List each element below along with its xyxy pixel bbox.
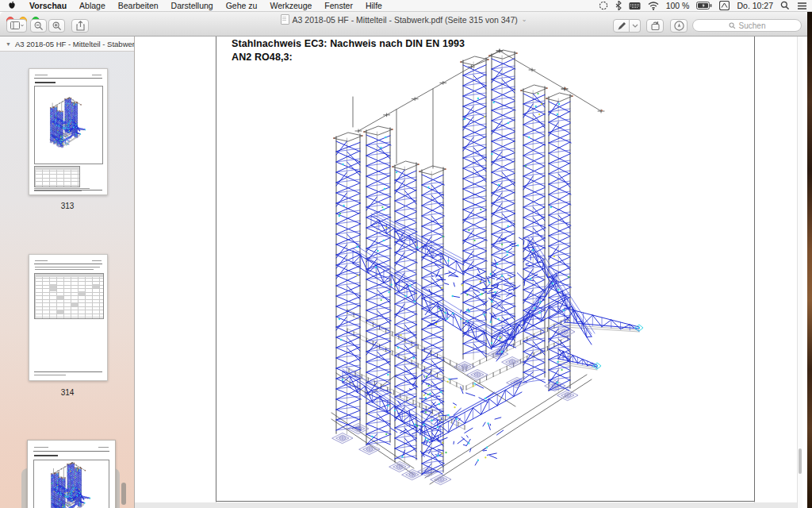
window-titlebar[interactable]: A3 2018-05 HF - Mittelteil - Stabwerk.pd… (0, 12, 807, 37)
thumbnail-label: 313 (0, 202, 135, 210)
rotate-icon (650, 21, 661, 31)
pdf-page-view[interactable]: Stahlnachweis EC3: Nachweis nach DIN EN … (135, 37, 802, 508)
search-placeholder: Suchen (739, 21, 766, 30)
markup-pen-icon (617, 21, 626, 31)
battery-percent: 100 % (666, 1, 690, 10)
sidebar-view-button[interactable] (6, 19, 27, 33)
thumb-table (34, 166, 80, 187)
thumb-title-line (35, 82, 56, 83)
thumb-drawing-frame (33, 460, 109, 508)
thumb-text-line (34, 190, 82, 191)
search-icon[interactable] (780, 1, 790, 10)
thumb-rule (34, 190, 102, 190)
sidebar: ▼ A3 2018-05 HF - Mittelteil - Stabwerk.… (0, 37, 135, 508)
zoom-in-button[interactable] (48, 19, 65, 33)
bluetooth-icon[interactable] (615, 1, 622, 10)
thumbnail-page-314[interactable] (29, 254, 108, 381)
thumb-header-line (35, 75, 48, 75)
thumb-text-line (34, 188, 90, 189)
zoom-out-icon (34, 21, 44, 31)
thumb-header-line (35, 260, 48, 261)
structure-drawing (216, 37, 755, 508)
main-scrollbar-thumb[interactable] (799, 448, 802, 474)
sidebar-document-header[interactable]: ▼ A3 2018-05 HF - Mittelteil - Stabwerk.… (0, 37, 134, 52)
menu-item-gehe-zu[interactable]: Gehe zu (220, 1, 264, 10)
markup-pen-group (613, 19, 641, 33)
apple-logo-icon (8, 1, 16, 10)
title-chevron-icon[interactable]: ⌄ (522, 16, 527, 23)
battery-icon[interactable] (696, 2, 712, 10)
markup-pen-chevron[interactable] (630, 19, 641, 33)
thumb-table (34, 273, 104, 319)
markup-toolbar-icon (674, 21, 684, 31)
sidebar-view-icon (10, 21, 24, 30)
time-machine-icon[interactable] (599, 1, 608, 10)
thumb-header-line (98, 447, 109, 448)
apple-menu[interactable] (0, 1, 23, 10)
thumbnail-page-313[interactable] (29, 68, 108, 195)
share-button[interactable] (71, 19, 89, 33)
thumb-text-line (35, 269, 94, 270)
search-icon (729, 22, 736, 29)
menu-clock[interactable]: Do. 10:27 (737, 1, 773, 10)
thumb-header-line (92, 260, 102, 261)
notification-center-icon[interactable] (797, 2, 807, 10)
zoom-in-icon (52, 21, 62, 31)
menu-item-werkzeuge[interactable]: Werkzeuge (263, 1, 318, 10)
menu-item-fenster[interactable]: Fenster (318, 1, 359, 10)
thumbnail-page-current[interactable] (27, 440, 116, 508)
markup-pen-button[interactable] (613, 19, 630, 33)
main-scrollbar[interactable] (797, 37, 802, 508)
search-field[interactable]: Suchen (692, 19, 802, 32)
thumb-header-line (92, 75, 102, 75)
sidebar-document-title: A3 2018-05 HF - Mittelteil - Stabwerk...… (15, 40, 134, 48)
thumb-header-line (34, 447, 48, 448)
page-background-gap (135, 502, 802, 508)
thumbnail-label: 314 (0, 388, 135, 397)
menu-item-darstellung[interactable]: Darstellung (165, 1, 220, 10)
rotate-button[interactable] (646, 19, 664, 33)
wifi-icon[interactable] (648, 2, 659, 10)
markup-toolbar-button[interactable] (670, 19, 688, 33)
zoom-out-button[interactable] (30, 19, 47, 33)
keyboard-icon[interactable] (629, 2, 641, 10)
desktop-wallpaper-edge (807, 12, 812, 508)
thumb-text-line (35, 267, 100, 267)
input-menu-icon[interactable] (719, 1, 730, 10)
menu-item-bearbeiten[interactable]: Bearbeiten (112, 1, 165, 10)
menu-item-ablage[interactable]: Ablage (73, 1, 112, 10)
thumb-rule (34, 264, 102, 264)
window-title: A3 2018-05 HF - Mittelteil - Stabwerk.pd… (293, 15, 518, 25)
menu-bar: VorschauAblageBearbeitenDarstellungGehe … (0, 0, 812, 12)
thumb-rule (34, 78, 102, 79)
mini-structure-drawing (34, 460, 107, 508)
menu-item-hilfe[interactable]: Hilfe (359, 1, 389, 10)
menu-items: VorschauAblageBearbeitenDarstellungGehe … (23, 1, 389, 10)
thumb-rule (33, 451, 109, 452)
thumb-footer-line (34, 375, 66, 375)
chevron-down-icon (632, 24, 638, 28)
thumb-drawing-frame (34, 86, 103, 164)
thumb-rule (34, 371, 102, 372)
document-proxy-icon[interactable] (281, 14, 289, 25)
menu-item-vorschau[interactable]: Vorschau (23, 1, 73, 10)
status-icons: 100 % Do. 10:27 (599, 1, 812, 10)
share-icon (76, 21, 85, 31)
sidebar-scrollbar-thumb[interactable] (121, 483, 126, 505)
mini-structure-drawing (35, 87, 101, 162)
thumb-title-line (34, 455, 58, 456)
disclosure-triangle-icon[interactable]: ▼ (6, 41, 11, 47)
